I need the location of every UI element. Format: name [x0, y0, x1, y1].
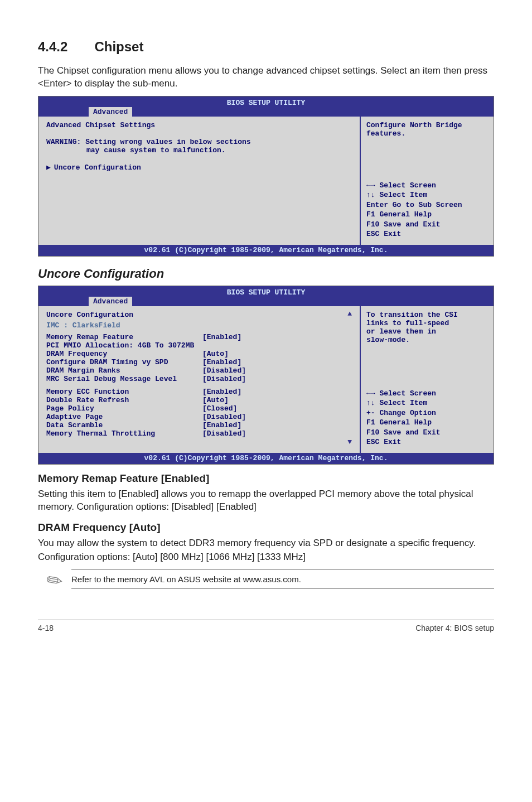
nav-line: F10 Save and Exit [366, 428, 488, 438]
scroll-up-icon: ▲ [347, 310, 352, 318]
bios-item-label: Uncore Configuration [54, 163, 141, 172]
dram-text1: You may allow the system to detect DDR3 … [38, 537, 494, 550]
setting-label: Page Policy [46, 404, 202, 413]
dram-text2: Configuration options: [Auto] [800 MHz] … [38, 551, 494, 564]
bios-help-line: links to full-speed [366, 319, 488, 327]
setting-label: Data Scramble [46, 421, 202, 429]
scroll-down-icon: ▼ [347, 438, 352, 446]
setting-label: Memory Thermal Throttling [46, 429, 202, 438]
nav-line: Enter Go to Sub Screen [366, 200, 488, 210]
setting-value: [Closed] [202, 404, 237, 413]
dram-heading: DRAM Frequency [Auto] [38, 521, 494, 534]
nav-line: +- Change Option [366, 408, 488, 418]
bios-help-text: Configure North Bridge features. [366, 121, 488, 138]
setting-value: [Auto] [202, 396, 229, 404]
bios-tab-advanced: Advanced [89, 297, 132, 306]
bios-warning-line2: may cause system to malfunction. [46, 146, 353, 154]
footer-chapter: Chapter 4: BIOS setup [415, 624, 494, 632]
setting-label: Double Rate Refresh [46, 396, 202, 404]
setting-value: [Enabled] [202, 388, 241, 396]
nav-line: ESC Exit [366, 229, 488, 239]
nav-line: ↑↓ Select Item [366, 190, 488, 200]
setting-label: MRC Serial Debug Message Level [46, 375, 202, 383]
setting-value: [Enabled] [202, 358, 241, 366]
setting-label: Memory ECC Function [46, 388, 202, 396]
setting-value: [Disabled] [202, 366, 246, 375]
nav-line: F1 General Help [366, 210, 488, 220]
pencil-icon: ✎ [38, 569, 71, 592]
bios-title: BIOS SETUP UTILITY [38, 98, 494, 107]
bios-copyright: v02.61 (C)Copyright 1985-2009, American … [38, 245, 494, 256]
bios-screenshot-2: BIOS SETUP UTILITY Advanced ▲ Uncore Con… [38, 286, 494, 465]
setting-label: PCI MMIO Allocation: 4GB To 3072MB [46, 341, 194, 350]
uncore-heading: Uncore Configuration [38, 267, 494, 281]
intro-paragraph: The Chipset configuration menu allows yo… [38, 65, 494, 90]
mrf-heading: Memory Remap Feature [Enabled] [38, 472, 494, 485]
setting-value: [Disabled] [202, 429, 246, 438]
note-text: Refer to the memory AVL on ASUS website … [71, 569, 494, 589]
setting-value: [Auto] [202, 350, 229, 358]
bios-help-line: or leave them in [366, 327, 488, 336]
section-number: 4.4.2 [38, 39, 67, 54]
setting-label: DRAM Margin Ranks [46, 366, 202, 375]
nav-line: ESC Exit [366, 437, 488, 447]
bios-copyright: v02.61 (C)Copyright 1985-2009, American … [38, 453, 494, 464]
setting-value: [Disabled] [202, 413, 246, 421]
setting-label: DRAM Frequency [46, 350, 202, 358]
setting-label: Configure DRAM Timing vy SPD [46, 358, 202, 366]
setting-value: [Enabled] [202, 421, 241, 429]
nav-line: F1 General Help [366, 418, 488, 428]
nav-line: ←→ Select Screen [366, 181, 488, 191]
page-footer: 4-18 Chapter 4: BIOS setup [38, 620, 494, 632]
setting-label: Adaptive Page [46, 413, 202, 421]
nav-line: ←→ Select Screen [366, 389, 488, 399]
bios-menu-item: ▶Uncore Configuration [46, 163, 353, 172]
bios-warning-line1: WARNING: Setting wrong values in below s… [46, 138, 353, 146]
note-block: ✎ Refer to the memory AVL on ASUS websit… [38, 569, 494, 592]
bios-screenshot-1: BIOS SETUP UTILITY Advanced Advanced Chi… [38, 96, 494, 257]
nav-line: ↑↓ Select Item [366, 398, 488, 408]
triangle-right-icon: ▶ [46, 163, 51, 172]
bios-left-title: Uncore Configuration [46, 311, 353, 319]
bios-help-line: To transition the CSI [366, 311, 488, 319]
bios-tab-advanced: Advanced [89, 107, 132, 117]
section-title: Chipset [94, 39, 143, 54]
mrf-text: Setting this item to [Enabled] allows yo… [38, 488, 494, 514]
imc-line: IMC : ClarksField [46, 321, 353, 330]
setting-value: [Disabled] [202, 375, 246, 383]
setting-label: Memory Remap Feature [46, 333, 202, 341]
setting-value: [Enabled] [202, 333, 241, 341]
nav-line: F10 Save and Exit [366, 220, 488, 230]
footer-page-number: 4-18 [38, 624, 54, 632]
section-heading: 4.4.2Chipset [38, 39, 494, 55]
bios-help-line: slow-mode. [366, 336, 488, 344]
bios-title: BIOS SETUP UTILITY [38, 287, 494, 297]
bios-left-title: Advanced Chipset Settings [46, 121, 353, 129]
